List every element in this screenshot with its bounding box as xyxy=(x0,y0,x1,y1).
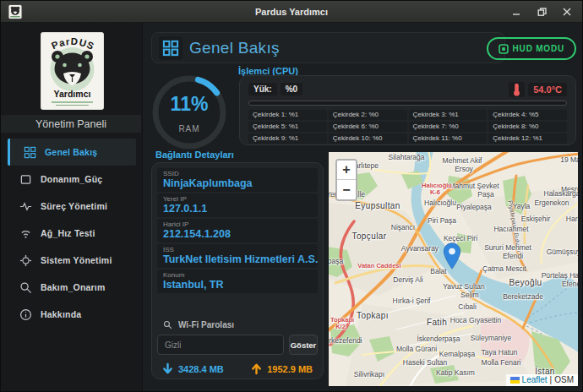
map-label: Kemalpaşa xyxy=(439,350,476,358)
map[interactable]: KarlıtepeSilahtarağaMehmet AkifErsoy19 M… xyxy=(329,152,578,386)
map-label: Yayla xyxy=(513,202,531,210)
map-label: Hırka-i Şerif xyxy=(393,297,431,305)
field-label: SSID xyxy=(163,170,312,177)
map-label: Nişancı xyxy=(391,223,415,231)
field-location: Konum Istanbul, TR xyxy=(157,270,318,293)
sidebar-item-label: Ağ_Hız Testi xyxy=(41,228,95,238)
map-label: Piyalepaşa Bulvarı xyxy=(506,200,523,253)
map-label: Katip Kasım xyxy=(436,368,475,377)
sidebar-item-sistem-yonetimi[interactable]: Sistem Yönetimi xyxy=(1,247,141,274)
grid-icon xyxy=(159,36,183,60)
map-label: Beyoğlu xyxy=(509,278,542,287)
map-label: K-6 xyxy=(430,188,440,196)
map-label: Fatih xyxy=(427,318,447,327)
map-label: Efendi xyxy=(503,252,523,260)
show-password-button[interactable]: Göster xyxy=(289,335,318,355)
map-label: Paşa xyxy=(477,190,493,199)
map-label: Ergenekon xyxy=(534,199,569,207)
sidebar-item-label: Süreç Yönetimi xyxy=(41,201,107,211)
map-label: Pürtelaş Has xyxy=(542,271,578,280)
map-label: Silahtarağa xyxy=(388,153,424,161)
wifi-password-label: Wi-Fi Parolası xyxy=(178,320,234,329)
zoom-out-button[interactable]: − xyxy=(337,180,356,199)
close-button[interactable] xyxy=(560,5,574,19)
field-value: 212.154.1.208 xyxy=(163,228,312,240)
sidebar-item-label: Donanım_Güç xyxy=(41,174,102,184)
cpu-core-chip: Çekirdek 2: %0 xyxy=(329,110,407,120)
sidebar-item-genel-bakis[interactable]: Genel Bakış xyxy=(8,139,136,166)
field-value: NinjaKaplumbaga xyxy=(163,177,312,189)
main-content: Genel Bakış HUD MODU 11% RAM İşlemci (CP… xyxy=(143,23,582,391)
traffic-stats: 3428.4 MB 1952.9 MB xyxy=(162,362,313,375)
map-label: 19 Ma xyxy=(560,155,578,164)
map-label: paşa xyxy=(329,257,343,265)
cpu-core-chip: Çekirdek 5: %1 xyxy=(248,122,327,132)
field-label: İSS xyxy=(163,246,312,253)
cpu-load-bar xyxy=(248,101,567,106)
sidebar-item-hakkinda[interactable]: Hakkında xyxy=(1,301,141,328)
cpu-core-chip: Çekirdek 1: %1 xyxy=(248,110,327,120)
map-label: Sururi Mehmet xyxy=(484,243,531,252)
sidebar-item-label: Bakım_Onarım xyxy=(41,282,106,292)
sidebar-item-ag-hiz-testi[interactable]: Ağ_Hız Testi xyxy=(1,220,141,247)
map-label: Haseki Sultan xyxy=(403,358,447,367)
search-icon xyxy=(163,320,172,329)
map-label: Molla Fenari xyxy=(482,358,521,367)
field-label: Harici IP xyxy=(163,220,312,228)
map-label: Mehmet Akif xyxy=(443,156,482,165)
download-stat: 3428.4 MB xyxy=(162,362,224,375)
map-label: Halıcıoğlu xyxy=(424,199,456,207)
upload-arrow-icon xyxy=(251,362,262,375)
map-label: Efendi xyxy=(562,280,578,288)
ram-percent: 11% xyxy=(171,93,209,116)
connection-card: SSID NinjaKaplumbaga Yerel IP 127.0.1.1 … xyxy=(151,162,324,379)
minimize-icon xyxy=(512,8,520,16)
hud-mode-button[interactable]: HUD MODU xyxy=(487,37,576,60)
map-label: Topkapı xyxy=(330,316,354,324)
ram-label: RAM xyxy=(178,124,199,133)
map-label: Molla Gürani xyxy=(396,345,437,353)
cpu-load-label: Yük: xyxy=(248,83,277,95)
field-isp: İSS TurkNet Iletisim Hizmetleri A.S. xyxy=(157,244,318,268)
cpu-temperature: 54.0°C xyxy=(528,83,567,96)
logo-line2: Yardımcı xyxy=(54,89,91,99)
upload-stat: 1952.9 MB xyxy=(251,362,313,375)
map-label: Cıbali xyxy=(458,302,477,311)
wifi-icon xyxy=(19,227,32,240)
map-label: K/2 xyxy=(335,323,346,330)
sidebar-item-surec-yonetimi[interactable]: Süreç Yönetimi xyxy=(1,193,141,220)
map-label: Eskişehir xyxy=(521,215,550,223)
minimize-button[interactable] xyxy=(509,5,523,19)
titlebar[interactable]: Pardus Yardımcı xyxy=(1,1,582,23)
map-label: Taya Hatun xyxy=(482,348,518,357)
app-icon xyxy=(8,4,23,19)
map-label: Eyupsultan xyxy=(355,201,400,210)
leaflet-link[interactable]: Leaflet xyxy=(522,375,548,384)
map-label: Keçeci Piri xyxy=(444,234,477,242)
field-label: Yerel IP xyxy=(163,195,312,203)
map-label: Silivrikapı xyxy=(354,370,384,378)
cpu-core-chip: Çekirdek 4: %5 xyxy=(488,110,567,120)
attribution-separator: | xyxy=(550,375,553,384)
map-label: Yavuz Sultan xyxy=(443,282,484,291)
thermometer-icon xyxy=(509,82,525,97)
field-value: Istanbul, TR xyxy=(163,279,312,291)
wifi-password-input[interactable] xyxy=(157,335,284,355)
upload-value: 1952.9 MB xyxy=(267,364,313,374)
cpu-core-chip: Çekirdek 3: %1 xyxy=(409,110,488,120)
cpu-core-chip: Çekirdek 7: %0 xyxy=(409,122,488,132)
sidebar-item-bakim-onarim[interactable]: Bakım_Onarım xyxy=(1,274,141,301)
field-value: TurkNet Iletisim Hizmetleri A.S. xyxy=(163,253,312,265)
activity-icon xyxy=(19,200,32,213)
crosshair-icon xyxy=(19,254,32,267)
app-logo: ParDUS Yardımcı xyxy=(41,32,104,110)
zoom-in-button[interactable]: + xyxy=(337,161,356,180)
map-label: Halaskarga xyxy=(544,189,579,198)
map-zoom-control: + − xyxy=(335,159,357,201)
map-label: Merkezefendi xyxy=(329,336,362,345)
maximize-button[interactable] xyxy=(535,5,548,19)
sidebar-item-donanim-guc[interactable]: Donanım_Güç xyxy=(1,166,141,193)
info-icon xyxy=(19,308,32,321)
map-label: Selim xyxy=(460,291,478,299)
osm-link[interactable]: OSM xyxy=(554,375,574,384)
